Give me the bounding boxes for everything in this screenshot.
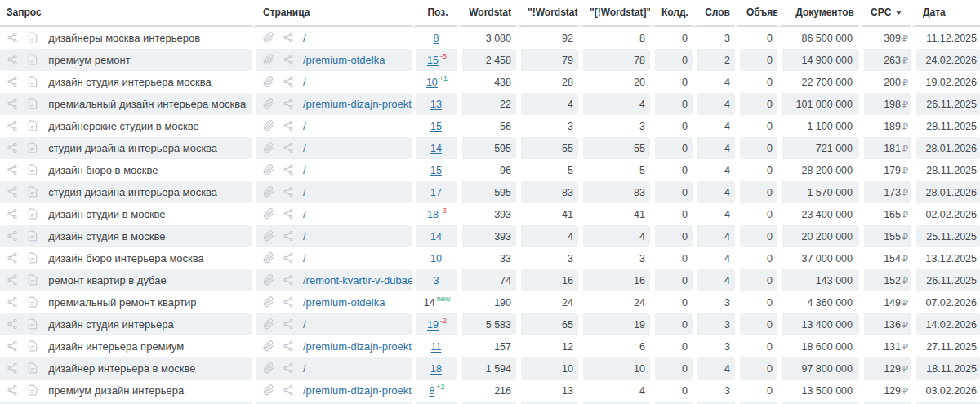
document-icon[interactable] <box>27 340 38 352</box>
share-icon[interactable] <box>7 54 18 65</box>
paperclip-icon[interactable] <box>263 208 274 220</box>
page-link[interactable]: /premium-dizajn-proekt <box>303 340 412 353</box>
paperclip-icon[interactable] <box>263 318 274 330</box>
page-link[interactable]: / <box>303 230 306 242</box>
column-header-page[interactable]: Страница <box>252 0 412 27</box>
share-icon[interactable] <box>7 186 18 198</box>
share-icon[interactable] <box>283 208 294 220</box>
position-link[interactable]: 18 <box>427 210 439 221</box>
document-icon[interactable] <box>27 362 38 374</box>
page-link[interactable]: / <box>303 252 306 264</box>
position-link[interactable]: 15 <box>430 122 442 133</box>
page-link[interactable]: / <box>303 120 306 132</box>
share-icon[interactable] <box>7 252 18 264</box>
position-link[interactable]: 14 <box>430 232 442 243</box>
share-icon[interactable] <box>283 164 294 175</box>
query-text[interactable]: студия дизайна интерьера москва <box>48 186 217 198</box>
share-icon[interactable] <box>7 340 18 352</box>
page-link[interactable]: / <box>303 142 306 154</box>
position-link[interactable]: 13 <box>430 100 442 111</box>
query-text[interactable]: премиальный ремонт квартир <box>48 296 196 309</box>
share-icon[interactable] <box>283 384 294 396</box>
document-icon[interactable] <box>27 54 38 65</box>
column-header-obyav[interactable]: Объяв <box>735 0 777 27</box>
paperclip-icon[interactable] <box>263 296 274 308</box>
query-text[interactable]: премиальный дизайн интерьера москва <box>48 98 246 110</box>
column-header-position[interactable]: Поз. <box>412 0 457 27</box>
paperclip-icon[interactable] <box>263 384 274 396</box>
document-icon[interactable] <box>27 186 38 198</box>
position-link[interactable]: 11 <box>431 342 442 353</box>
document-icon[interactable] <box>27 274 38 286</box>
share-icon[interactable] <box>7 76 18 87</box>
position-link[interactable]: 8 <box>434 33 439 45</box>
share-icon[interactable] <box>283 230 294 242</box>
paperclip-icon[interactable] <box>263 230 274 242</box>
position-link[interactable]: 17 <box>430 188 442 199</box>
share-icon[interactable] <box>283 120 294 131</box>
share-icon[interactable] <box>283 340 294 352</box>
position-link[interactable]: 8 <box>429 386 434 397</box>
query-text[interactable]: премиум дизайн интерьера <box>48 384 184 397</box>
page-link[interactable]: / <box>303 186 306 198</box>
column-header-slov[interactable]: Слов <box>693 0 735 27</box>
paperclip-icon[interactable] <box>263 340 274 352</box>
column-header-date[interactable]: Дата <box>911 0 980 27</box>
paperclip-icon[interactable] <box>263 120 274 131</box>
column-header-query[interactable]: Запрос <box>0 0 252 27</box>
position-link[interactable]: 14 <box>424 298 435 309</box>
share-icon[interactable] <box>7 296 18 308</box>
query-text[interactable]: дизайнеры москва интерьеров <box>48 32 200 44</box>
column-header-wordstat[interactable]: Wordstat <box>457 0 516 27</box>
page-link[interactable]: / <box>303 208 306 220</box>
share-icon[interactable] <box>283 296 294 308</box>
share-icon[interactable] <box>283 274 294 286</box>
position-link[interactable]: 10 <box>430 254 442 265</box>
query-text[interactable]: студии дизайна интерьера москва <box>48 142 217 154</box>
share-icon[interactable] <box>7 384 18 396</box>
share-icon[interactable] <box>283 76 294 87</box>
share-icon[interactable] <box>283 98 294 109</box>
page-link[interactable]: / <box>303 76 306 88</box>
position-link[interactable]: 10 <box>426 78 438 89</box>
column-header-cpc[interactable]: CPC <box>859 0 911 27</box>
paperclip-icon[interactable] <box>263 76 274 87</box>
position-link[interactable]: 18 <box>430 364 442 375</box>
query-text[interactable]: дизайн студия интерьера <box>48 318 173 331</box>
paperclip-icon[interactable] <box>263 142 274 153</box>
share-icon[interactable] <box>7 318 18 330</box>
page-link[interactable]: /premium-otdelka <box>303 54 385 66</box>
position-link[interactable]: 15 <box>427 55 439 67</box>
column-header-wordstat-exact[interactable]: "!Wordstat" <box>516 0 578 27</box>
paperclip-icon[interactable] <box>263 252 274 264</box>
paperclip-icon[interactable] <box>263 186 274 198</box>
document-icon[interactable] <box>27 142 38 153</box>
page-link[interactable]: / <box>303 362 306 375</box>
paperclip-icon[interactable] <box>263 274 274 286</box>
share-icon[interactable] <box>7 98 18 109</box>
page-link[interactable]: / <box>303 318 306 331</box>
position-link[interactable]: 14 <box>430 144 442 155</box>
share-icon[interactable] <box>7 274 18 286</box>
page-link[interactable]: /remont-kvartir-v-dubae <box>303 274 412 286</box>
share-icon[interactable] <box>283 318 294 330</box>
query-text[interactable]: дизайн студия в москве <box>48 230 165 242</box>
query-text[interactable]: дизайн студия интерьера москва <box>48 76 211 88</box>
share-icon[interactable] <box>283 54 294 65</box>
share-icon[interactable] <box>7 32 18 43</box>
page-link[interactable]: / <box>303 164 306 176</box>
share-icon[interactable] <box>283 362 294 374</box>
paperclip-icon[interactable] <box>263 98 274 109</box>
query-text[interactable]: дизайн интерьера премиум <box>48 340 184 353</box>
document-icon[interactable] <box>27 120 38 131</box>
query-text[interactable]: премиум ремонт <box>48 54 130 66</box>
query-text[interactable]: ремонт квартир в дубае <box>48 274 166 286</box>
share-icon[interactable] <box>7 362 18 374</box>
query-text[interactable]: дизайн бюро интерьера москва <box>48 252 204 264</box>
paperclip-icon[interactable] <box>263 54 274 65</box>
page-link[interactable]: /premium-dizajn-proekt <box>303 384 412 397</box>
share-icon[interactable] <box>283 142 294 153</box>
column-header-kold[interactable]: Колд. <box>650 0 693 27</box>
document-icon[interactable] <box>27 296 38 308</box>
column-header-wordstat-bracket[interactable]: "[!Wordstat]" <box>578 0 650 27</box>
